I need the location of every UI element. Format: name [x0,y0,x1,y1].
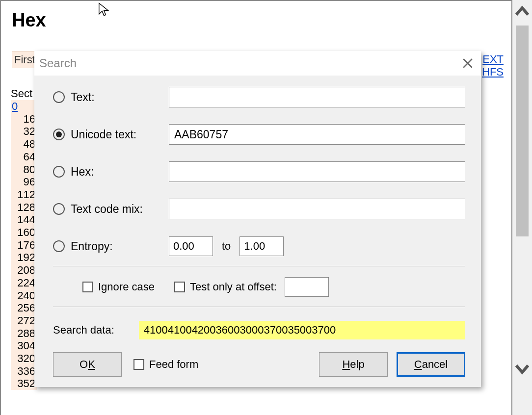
offset-value: 272 [11,314,35,327]
separator [53,266,465,266]
offset-value: 176 [11,239,35,252]
offset-value: 336 [11,365,35,378]
ok-button-accel: K [88,358,95,371]
mix-input[interactable] [169,199,465,219]
radio-unicode[interactable] [53,129,65,140]
offset-value: 48 [11,138,35,151]
help-button-text: elp [350,358,364,371]
checkbox-feed-form[interactable] [133,359,144,370]
close-icon[interactable] [460,56,475,71]
offset-column: 0 16 32 48 64 80 96 112 128 144 160 176 … [11,100,37,390]
vertical-scrollbar[interactable] [512,0,532,415]
offset-value: 16 [11,113,35,126]
entropy-to-label: to [222,240,231,253]
offset-value: 80 [11,163,35,176]
separator [53,307,465,307]
dialog-title-text: Search [39,56,77,70]
offset-value: 160 [11,226,35,239]
dialog-titlebar: Search [34,51,481,76]
radio-hex[interactable] [53,166,65,178]
ok-button-text: O [80,358,88,371]
offset-value: 208 [11,264,35,277]
offset-value: 288 [11,327,35,340]
unicode-input[interactable] [169,124,465,145]
offset-value: 32 [11,125,35,138]
checkbox-ignore-case-label: Ignore case [98,281,155,293]
ok-button[interactable]: OK [53,352,122,377]
offset-value: 256 [11,302,35,314]
help-button-accel: H [342,358,350,371]
search-dialog: Search Text: Unicode text: Hex: Text cod… [34,51,481,387]
offset-value: 304 [11,339,35,352]
link-hfs[interactable]: HFS [482,66,504,78]
scroll-thumb[interactable] [516,26,529,236]
offset-input[interactable] [285,277,329,297]
offset-value: 144 [11,213,35,226]
scroll-down-icon[interactable] [512,359,532,378]
page-title: Hex [12,10,46,31]
scroll-up-icon[interactable] [512,2,532,22]
radio-entropy-label: Entropy: [71,240,169,253]
offset-value: 112 [11,188,35,201]
search-data-label: Search data: [53,324,114,337]
checkbox-test-offset[interactable] [174,282,185,292]
checkbox-ignore-case[interactable] [82,282,93,292]
search-data-value: 41004100420036003000370035003700 [139,321,465,339]
hex-input[interactable] [169,161,465,182]
checkbox-test-offset-label: Test only at offset: [190,281,277,293]
offset-link-0[interactable]: 0 [11,100,35,113]
offset-value: 352 [11,377,35,390]
link-ext[interactable]: EXT [482,53,504,66]
radio-text-label: Text: [71,91,169,104]
radio-entropy[interactable] [53,240,65,252]
cancel-button-accel: C [414,358,422,371]
offset-value: 96 [11,176,35,188]
offset-value: 320 [11,352,35,365]
checkbox-feed-form-label: Feed form [149,358,198,371]
radio-hex-label: Hex: [71,165,169,179]
entropy-to-input[interactable] [239,236,284,256]
cancel-button-text: ancel [422,358,448,371]
entropy-from-input[interactable] [169,236,213,256]
hex-data-area: 00 00 00 00 00 00 00 00 00 00 00 00 00 0… [44,390,336,415]
offset-value: 128 [11,201,35,214]
radio-mix-label: Text code mix: [71,203,169,216]
offset-value: 224 [11,277,35,289]
text-input[interactable] [169,87,465,107]
cancel-button[interactable]: Cancel [397,352,465,377]
radio-text[interactable] [53,91,65,103]
offset-value: 240 [11,289,35,302]
radio-unicode-label: Unicode text: [71,128,169,141]
offset-value: 192 [11,251,35,264]
offset-value: 64 [11,151,35,163]
help-button[interactable]: Help [319,352,388,377]
radio-mix[interactable] [53,203,65,215]
sector-label: Sect [11,87,32,100]
